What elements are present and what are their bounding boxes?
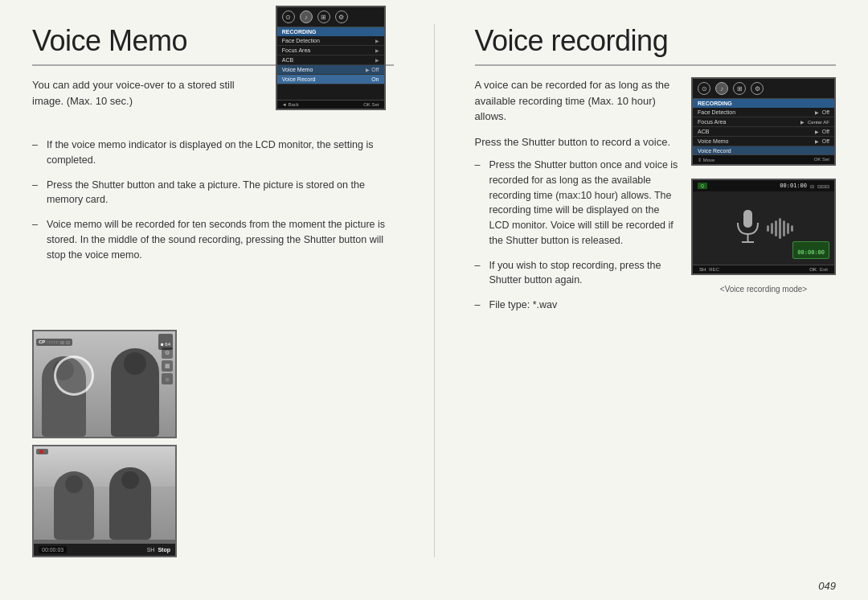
- sound-waves: [767, 218, 793, 239]
- camera1-overlay-top: CP □□□□□ ⊞ ⊟ ■ 64: [36, 334, 173, 350]
- camera2-controls: SH Stop: [147, 547, 170, 553]
- right-bullet-2: – If you wish to stop recording, press t…: [475, 258, 679, 289]
- column-divider: [434, 24, 435, 557]
- left-bullet-2: – Press the Shutter button and take a pi…: [32, 178, 394, 208]
- right-main-area: A voice can be recorded for as long as t…: [475, 77, 837, 323]
- left-menu-row-acb: ACB ▶: [277, 55, 384, 65]
- left-menu-bottom: ◄ Back OK Set: [277, 100, 384, 109]
- voice-rec-inner: Q 00:01:00 ⊟ ⊟⊟⊟: [693, 180, 834, 273]
- right-bullet-3: – File type: *.wav: [475, 298, 679, 313]
- microphone-icon: [734, 208, 762, 249]
- right-grid-icon: ⊞: [733, 82, 746, 95]
- left-menu-header: RECORDING: [277, 27, 384, 36]
- right-menu-screenshot: ⊙ ♪ ⊞ ⚙ RECORDING Face Detection ▶Off Fo…: [691, 77, 836, 166]
- gear-icon: ⚙: [335, 10, 348, 23]
- voice-rec-timer-display: 00:00:00: [797, 249, 825, 256]
- left-bullet-3: – Voice memo will be recorded for ten se…: [32, 217, 394, 262]
- camera-image-1: CP □□□□□ ⊞ ⊟ ■ 64 ⚙ ▦: [32, 330, 177, 438]
- right-menu-row-acb: ACB ▶Off: [693, 127, 834, 137]
- voice-rec-ok-exit: OK Exit: [809, 267, 828, 272]
- voice-rec-top-bar: Q 00:01:00 ⊟ ⊟⊟⊟: [693, 180, 834, 191]
- right-menu-row-face: Face Detection ▶Off: [693, 108, 834, 117]
- left-menu-row-focus: Focus Area ▶: [277, 46, 384, 55]
- right-section: Voice recording A voice can be recorded …: [475, 24, 837, 557]
- right-gear-icon: ⚙: [751, 82, 764, 95]
- left-section: Voice Memo You can add your voice-over t…: [32, 24, 394, 557]
- camera-scene-2: [34, 446, 175, 556]
- left-bullet-list: – If the voice memo indicator is display…: [32, 138, 394, 322]
- right-title: Voice recording: [475, 24, 837, 66]
- right-screenshots: ⊙ ♪ ⊞ ⚙ RECORDING Face Detection ▶Off Fo…: [691, 77, 836, 323]
- right-bullet-list: – Press the Shutter button once and voic…: [475, 158, 679, 313]
- left-menu-row-voice-memo: Voice Memo ▶Off: [277, 65, 384, 75]
- voice-recording-screen: Q 00:01:00 ⊟ ⊟⊟⊟: [691, 179, 836, 275]
- right-camera-icon: ⊙: [698, 82, 710, 95]
- camera-icon: ⊙: [282, 10, 295, 23]
- voice-rec-bottom-bar: SH REC OK Exit: [693, 265, 834, 273]
- svg-rect-0: [743, 210, 752, 228]
- right-menu-row-focus: Focus Area ▶Center AF: [693, 117, 834, 127]
- grid-icon: ⊞: [317, 10, 330, 23]
- camera2-rec-indicator: [36, 449, 48, 454]
- right-bullet-1: – Press the Shutter button once and voic…: [475, 158, 679, 249]
- left-menu-icons: ⊙ ♪ ⊞ ⚙: [277, 7, 384, 27]
- left-bullet-1: – If the voice memo indicator is display…: [32, 138, 394, 168]
- left-menu-row-voice-record: Voice Record On: [277, 75, 384, 84]
- right-menu-icons: ⊙ ♪ ⊞ ⚙: [693, 79, 834, 99]
- camera1-num: ■ 64: [161, 342, 170, 347]
- camera1-side-icons: ⚙ ▦ ☺: [162, 347, 173, 384]
- page-number: 049: [0, 573, 868, 600]
- right-press-shutter: Press the Shutter button to record a voi…: [475, 134, 679, 150]
- right-menu-bottom: ⇕ Move OK Set: [693, 154, 834, 164]
- right-speaker-icon: ♪: [715, 82, 728, 95]
- voice-rec-sh-rec: SH REC: [699, 267, 719, 272]
- camera2-bottom-bar: 00:00:03 SH Stop: [34, 544, 175, 556]
- speaker-icon: ♪: [300, 10, 313, 23]
- voice-recording-caption: <Voice recording mode>: [691, 285, 836, 294]
- right-menu-header: RECORDING: [693, 99, 834, 108]
- left-menu-row-face: Face Detection ▶: [277, 36, 384, 46]
- right-text: A voice can be recorded for as long as t…: [475, 77, 679, 323]
- camera-image-2: 00:00:03 SH Stop: [32, 445, 177, 557]
- right-menu-row-vmemo: Voice Memo ▶Off: [693, 137, 834, 146]
- left-intro: You can add your voice-over to a stored …: [32, 77, 263, 109]
- left-camera-screenshots: CP □□□□□ ⊞ ⊟ ■ 64 ⚙ ▦: [32, 330, 394, 557]
- right-intro: A voice can be recorded for as long as t…: [475, 77, 679, 125]
- left-menu-screenshot: ⊙ ♪ ⊞ ⚙ RECORDING Face Detection ▶ Focus…: [276, 6, 386, 110]
